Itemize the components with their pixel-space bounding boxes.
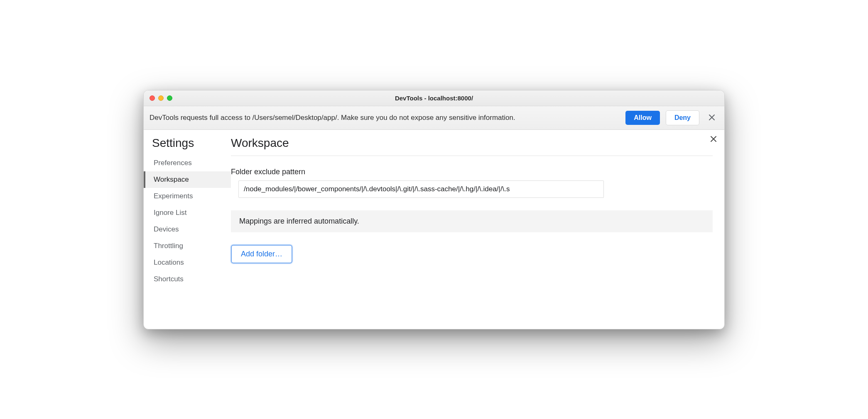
- permission-infobar: DevTools requests full access to /Users/…: [144, 106, 724, 130]
- settings-close-icon[interactable]: [710, 135, 717, 144]
- close-icon: [710, 136, 717, 142]
- window-zoom-button[interactable]: [167, 95, 172, 101]
- window-close-button[interactable]: [150, 95, 155, 101]
- sidebar-item-shortcuts[interactable]: Shortcuts: [144, 271, 231, 287]
- permission-message: DevTools requests full access to /Users/…: [150, 114, 620, 122]
- close-icon: [709, 114, 715, 121]
- exclude-pattern-input[interactable]: [238, 180, 604, 198]
- add-folder-button[interactable]: Add folder…: [231, 245, 292, 263]
- sidebar-item-throttling[interactable]: Throttling: [144, 238, 231, 254]
- window-title: DevTools - localhost:8000/: [144, 95, 724, 102]
- app-window: DevTools - localhost:8000/ DevTools requ…: [143, 90, 725, 329]
- allow-button[interactable]: Allow: [625, 111, 660, 125]
- titlebar: DevTools - localhost:8000/: [144, 90, 724, 106]
- settings-heading: Settings: [144, 136, 231, 155]
- sidebar-item-ignore-list[interactable]: Ignore List: [144, 205, 231, 221]
- settings-main: Workspace Folder exclude pattern Mapping…: [231, 130, 724, 325]
- infobar-close-icon[interactable]: [705, 113, 718, 122]
- mappings-info-banner: Mappings are inferred automatically.: [231, 210, 713, 232]
- window-minimize-button[interactable]: [158, 95, 164, 101]
- exclude-pattern-label: Folder exclude pattern: [231, 168, 713, 176]
- sidebar-item-devices[interactable]: Devices: [144, 221, 231, 238]
- sidebar-item-locations[interactable]: Locations: [144, 254, 231, 271]
- traffic-lights: [144, 95, 172, 101]
- settings-sidebar: Settings Preferences Workspace Experimen…: [144, 130, 231, 325]
- sidebar-item-experiments[interactable]: Experiments: [144, 188, 231, 205]
- deny-button[interactable]: Deny: [666, 110, 699, 125]
- settings-content: Settings Preferences Workspace Experimen…: [144, 130, 724, 329]
- sidebar-item-workspace[interactable]: Workspace: [144, 171, 231, 188]
- sidebar-item-preferences[interactable]: Preferences: [144, 155, 231, 171]
- page-title: Workspace: [231, 136, 713, 156]
